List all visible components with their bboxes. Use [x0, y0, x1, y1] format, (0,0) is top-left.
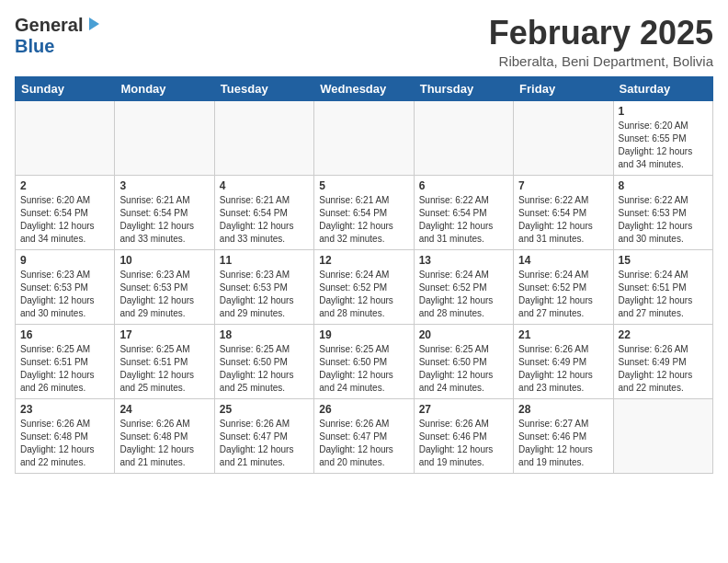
calendar-day-cell: 12Sunrise: 6:24 AM Sunset: 6:52 PM Dayli… [314, 249, 414, 324]
day-info: Sunrise: 6:24 AM Sunset: 6:52 PM Dayligh… [319, 269, 408, 320]
calendar-day-cell: 28Sunrise: 6:27 AM Sunset: 6:46 PM Dayli… [514, 398, 613, 473]
day-number: 28 [518, 403, 608, 416]
day-info: Sunrise: 6:22 AM Sunset: 6:53 PM Dayligh… [619, 194, 708, 246]
weekday-header-wednesday: Wednesday [314, 76, 414, 100]
weekday-header-tuesday: Tuesday [214, 76, 313, 100]
day-number: 20 [419, 328, 508, 341]
day-info: Sunrise: 6:26 AM Sunset: 6:48 PM Dayligh… [119, 418, 209, 469]
calendar-day-cell: 6Sunrise: 6:22 AM Sunset: 6:54 PM Daylig… [414, 175, 513, 249]
weekday-header-saturday: Saturday [613, 76, 712, 100]
day-info: Sunrise: 6:24 AM Sunset: 6:51 PM Dayligh… [619, 269, 708, 320]
day-number: 14 [518, 254, 608, 267]
day-info: Sunrise: 6:22 AM Sunset: 6:54 PM Dayligh… [518, 194, 608, 246]
day-info: Sunrise: 6:21 AM Sunset: 6:54 PM Dayligh… [319, 194, 408, 246]
calendar-day-cell [16, 100, 115, 175]
day-number: 24 [119, 403, 209, 416]
month-title: February 2025 [489, 15, 713, 52]
day-info: Sunrise: 6:21 AM Sunset: 6:54 PM Dayligh… [119, 194, 209, 246]
calendar-day-cell: 9Sunrise: 6:23 AM Sunset: 6:53 PM Daylig… [16, 249, 115, 324]
calendar-day-cell [414, 100, 513, 175]
day-info: Sunrise: 6:26 AM Sunset: 6:47 PM Dayligh… [220, 418, 309, 469]
calendar-day-cell: 27Sunrise: 6:26 AM Sunset: 6:46 PM Dayli… [414, 398, 513, 473]
day-info: Sunrise: 6:21 AM Sunset: 6:54 PM Dayligh… [220, 194, 309, 246]
calendar-day-cell: 8Sunrise: 6:22 AM Sunset: 6:53 PM Daylig… [613, 175, 712, 249]
calendar-day-cell: 2Sunrise: 6:20 AM Sunset: 6:54 PM Daylig… [16, 175, 115, 249]
day-number: 25 [220, 403, 309, 416]
svg-marker-0 [89, 17, 99, 30]
day-number: 10 [119, 254, 209, 267]
day-info: Sunrise: 6:25 AM Sunset: 6:50 PM Dayligh… [319, 343, 408, 395]
day-number: 26 [319, 403, 408, 416]
calendar-day-cell: 22Sunrise: 6:26 AM Sunset: 6:49 PM Dayli… [613, 324, 712, 398]
calendar-day-cell: 1Sunrise: 6:20 AM Sunset: 6:55 PM Daylig… [613, 100, 712, 175]
day-number: 16 [20, 328, 109, 341]
calendar-day-cell: 16Sunrise: 6:25 AM Sunset: 6:51 PM Dayli… [16, 324, 115, 398]
day-info: Sunrise: 6:25 AM Sunset: 6:51 PM Dayligh… [20, 343, 109, 395]
location-title: Riberalta, Beni Department, Bolivia [489, 53, 713, 69]
day-info: Sunrise: 6:23 AM Sunset: 6:53 PM Dayligh… [119, 269, 209, 320]
day-number: 23 [20, 403, 109, 416]
day-number: 9 [20, 254, 109, 267]
calendar-week-row: 1Sunrise: 6:20 AM Sunset: 6:55 PM Daylig… [16, 100, 713, 175]
day-number: 18 [220, 328, 309, 341]
calendar-day-cell [514, 100, 613, 175]
day-number: 3 [119, 179, 209, 192]
calendar-week-row: 23Sunrise: 6:26 AM Sunset: 6:48 PM Dayli… [16, 398, 713, 473]
day-number: 22 [619, 328, 708, 341]
weekday-header-thursday: Thursday [414, 76, 513, 100]
calendar-week-row: 9Sunrise: 6:23 AM Sunset: 6:53 PM Daylig… [16, 249, 713, 324]
day-number: 21 [518, 328, 608, 341]
calendar-day-cell: 10Sunrise: 6:23 AM Sunset: 6:53 PM Dayli… [115, 249, 214, 324]
day-info: Sunrise: 6:24 AM Sunset: 6:52 PM Dayligh… [518, 269, 608, 320]
calendar-day-cell: 18Sunrise: 6:25 AM Sunset: 6:50 PM Dayli… [214, 324, 313, 398]
logo-triangle-icon [85, 16, 101, 32]
calendar-table: SundayMondayTuesdayWednesdayThursdayFrid… [15, 76, 713, 474]
calendar-week-row: 2Sunrise: 6:20 AM Sunset: 6:54 PM Daylig… [16, 175, 713, 249]
day-info: Sunrise: 6:26 AM Sunset: 6:49 PM Dayligh… [619, 343, 708, 395]
logo: General Blue [15, 15, 101, 57]
calendar-day-cell: 11Sunrise: 6:23 AM Sunset: 6:53 PM Dayli… [214, 249, 313, 324]
title-block: February 2025 Riberalta, Beni Department… [489, 15, 713, 69]
day-number: 1 [619, 105, 708, 118]
day-info: Sunrise: 6:25 AM Sunset: 6:50 PM Dayligh… [419, 343, 508, 395]
calendar-day-cell [613, 398, 712, 473]
day-number: 6 [419, 179, 508, 192]
calendar-day-cell: 15Sunrise: 6:24 AM Sunset: 6:51 PM Dayli… [613, 249, 712, 324]
calendar-day-cell: 14Sunrise: 6:24 AM Sunset: 6:52 PM Dayli… [514, 249, 613, 324]
day-info: Sunrise: 6:26 AM Sunset: 6:48 PM Dayligh… [20, 418, 109, 469]
day-number: 12 [319, 254, 408, 267]
day-info: Sunrise: 6:25 AM Sunset: 6:51 PM Dayligh… [119, 343, 209, 395]
calendar-day-cell: 25Sunrise: 6:26 AM Sunset: 6:47 PM Dayli… [214, 398, 313, 473]
logo-general-text: General [15, 15, 83, 36]
calendar-day-cell [314, 100, 414, 175]
calendar-day-cell: 19Sunrise: 6:25 AM Sunset: 6:50 PM Dayli… [314, 324, 414, 398]
weekday-header-sunday: Sunday [16, 76, 115, 100]
day-info: Sunrise: 6:20 AM Sunset: 6:54 PM Dayligh… [20, 194, 109, 246]
day-number: 19 [319, 328, 408, 341]
day-number: 13 [419, 254, 508, 267]
day-info: Sunrise: 6:22 AM Sunset: 6:54 PM Dayligh… [419, 194, 508, 246]
day-number: 2 [20, 179, 109, 192]
calendar-day-cell: 26Sunrise: 6:26 AM Sunset: 6:47 PM Dayli… [314, 398, 414, 473]
day-number: 17 [119, 328, 209, 341]
day-info: Sunrise: 6:23 AM Sunset: 6:53 PM Dayligh… [20, 269, 109, 320]
calendar-header-row: SundayMondayTuesdayWednesdayThursdayFrid… [16, 76, 713, 100]
day-info: Sunrise: 6:26 AM Sunset: 6:49 PM Dayligh… [518, 343, 608, 395]
calendar-day-cell: 3Sunrise: 6:21 AM Sunset: 6:54 PM Daylig… [115, 175, 214, 249]
calendar-day-cell: 20Sunrise: 6:25 AM Sunset: 6:50 PM Dayli… [414, 324, 513, 398]
day-number: 15 [619, 254, 708, 267]
page-header: General Blue February 2025 Riberalta, Be… [15, 15, 713, 69]
calendar-day-cell: 17Sunrise: 6:25 AM Sunset: 6:51 PM Dayli… [115, 324, 214, 398]
weekday-header-monday: Monday [115, 76, 214, 100]
calendar-day-cell [214, 100, 313, 175]
day-info: Sunrise: 6:24 AM Sunset: 6:52 PM Dayligh… [419, 269, 508, 320]
calendar-day-cell: 7Sunrise: 6:22 AM Sunset: 6:54 PM Daylig… [514, 175, 613, 249]
calendar-day-cell: 24Sunrise: 6:26 AM Sunset: 6:48 PM Dayli… [115, 398, 214, 473]
calendar-day-cell: 23Sunrise: 6:26 AM Sunset: 6:48 PM Dayli… [16, 398, 115, 473]
calendar-day-cell: 5Sunrise: 6:21 AM Sunset: 6:54 PM Daylig… [314, 175, 414, 249]
day-info: Sunrise: 6:26 AM Sunset: 6:47 PM Dayligh… [319, 418, 408, 469]
day-info: Sunrise: 6:26 AM Sunset: 6:46 PM Dayligh… [419, 418, 508, 469]
day-number: 27 [419, 403, 508, 416]
day-info: Sunrise: 6:20 AM Sunset: 6:55 PM Dayligh… [619, 120, 708, 171]
calendar-day-cell [115, 100, 214, 175]
